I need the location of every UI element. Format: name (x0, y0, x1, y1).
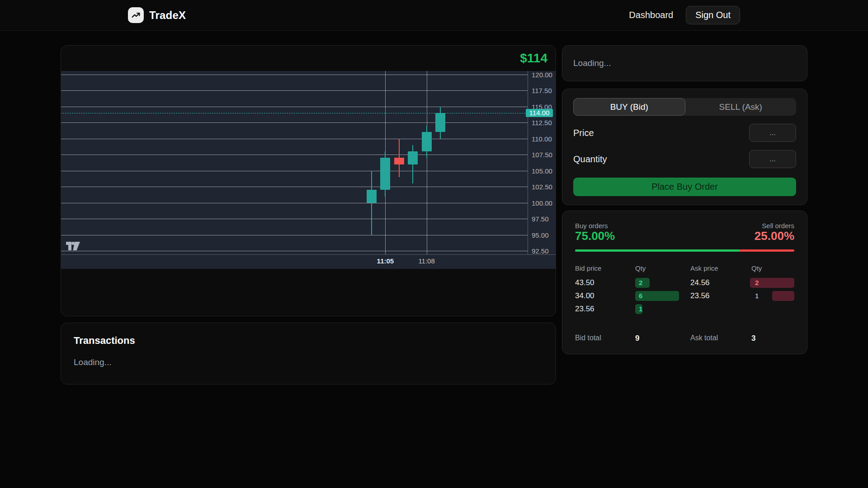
ask-qty-cell (751, 304, 794, 314)
bid-qty-cell: 2 (635, 278, 690, 288)
gridline-horizontal (61, 107, 528, 107)
candle-body (367, 190, 377, 202)
tab-sell-ask[interactable]: SELL (Ask) (685, 98, 797, 116)
candle-body (394, 158, 404, 164)
ask-total-label: Ask total (690, 334, 751, 343)
ask-total-value: 3 (751, 334, 794, 343)
chart-column: $114 120.00117.50115.00112.50110.00107.5… (61, 45, 556, 385)
quantity-input[interactable] (749, 150, 796, 168)
buy-orders-pct: 75.00% (575, 230, 615, 243)
bid-qty-value: 1 (639, 304, 642, 314)
brand-name: TradeX (149, 9, 186, 22)
place-buy-order-button[interactable]: Place Buy Order (573, 178, 796, 196)
ask-price-header: Ask price (690, 264, 751, 277)
sign-out-button[interactable]: Sign Out (686, 6, 740, 24)
loading-card: Loading... (562, 45, 807, 81)
bid-price-value: 23.56 (575, 305, 635, 314)
price-axis-label[interactable]: 105.00 (532, 167, 552, 174)
candle-wick (371, 171, 372, 235)
order-ratio-row: Buy orders 75.00% Sell orders 25.00% (575, 222, 794, 243)
candle-body (422, 132, 432, 151)
tab-buy-bid[interactable]: BUY (Bid) (573, 98, 685, 116)
ask-qty-header: Qty (751, 264, 794, 277)
sell-ratio-segment (740, 249, 794, 252)
current-price-line (61, 113, 528, 113)
order-book-rows: 43.50224.56234.00623.56123.561 (575, 277, 794, 316)
buy-orders-label: Buy orders (575, 222, 615, 230)
loading-text: Loading... (573, 58, 611, 68)
candle-body (408, 151, 418, 164)
chart-header: $114 (61, 46, 556, 71)
sell-orders-pct: 25.00% (755, 230, 794, 243)
ask-qty-cell: 2 (751, 278, 794, 288)
candle-wick (412, 145, 413, 183)
ask-qty-value: 2 (755, 278, 759, 288)
price-axis-label[interactable]: 120.00 (532, 71, 552, 78)
time-axis-label[interactable]: 11:08 (418, 257, 434, 265)
candle-body (435, 113, 445, 132)
price-axis-label[interactable]: 110.00 (532, 135, 552, 142)
price-axis-label[interactable]: 97.50 (532, 215, 549, 223)
chart-card: $114 120.00117.50115.00112.50110.00107.5… (61, 45, 556, 316)
bid-price-header: Bid price (575, 264, 635, 277)
order-book-totals: Bid total 9 Ask total 3 (575, 334, 794, 343)
tradingview-logo-icon[interactable] (66, 241, 81, 253)
price-axis-label[interactable]: 107.50 (532, 151, 552, 159)
order-book-row: 23.561 (575, 303, 794, 316)
gridline-horizontal (61, 122, 528, 123)
bid-price-value: 34.00 (575, 291, 635, 300)
ask-qty-cell: 1 (751, 291, 794, 301)
quantity-label: Quantity (573, 154, 607, 164)
bid-qty-value: 6 (639, 291, 642, 301)
current-price-tag: 114.00 (526, 109, 553, 117)
candlestick-chart[interactable]: 120.00117.50115.00112.50110.00107.50105.… (61, 71, 556, 269)
gridline-horizontal (61, 139, 528, 139)
price-scale-divider[interactable] (528, 71, 528, 254)
bid-price-value: 43.50 (575, 278, 635, 287)
navbar: TradeX Dashboard Sign Out (0, 0, 868, 31)
gridline-horizontal (61, 219, 528, 219)
buy-sell-ratio-bar (575, 249, 794, 252)
gridline-horizontal (61, 90, 528, 91)
order-book-card: Buy orders 75.00% Sell orders 25.00% Bid… (562, 211, 807, 354)
price-axis-label[interactable]: 102.50 (532, 183, 552, 191)
bid-qty-cell: 6 (635, 291, 690, 301)
bid-qty-cell: 1 (635, 304, 690, 314)
bid-qty-value: 2 (639, 278, 642, 288)
gridline-horizontal (61, 235, 528, 235)
ask-price-value: 24.56 (690, 278, 751, 287)
candle-body (380, 158, 390, 190)
time-axis-label[interactable]: 11:05 (377, 257, 394, 265)
order-book-row: 34.00623.561 (575, 290, 794, 303)
gridline-vertical (427, 71, 427, 254)
price-axis-label[interactable]: 117.50 (532, 87, 552, 94)
price-input[interactable] (749, 124, 796, 142)
quantity-row: Quantity (573, 150, 796, 168)
order-book-row: 43.50224.562 (575, 277, 794, 290)
bid-qty-header: Qty (635, 264, 690, 277)
gridline-horizontal (61, 171, 528, 171)
ask-qty-value: 1 (755, 291, 759, 301)
trade-sidebar: Loading... BUY (Bid) SELL (Ask) Price Qu… (562, 45, 807, 354)
price-row: Price (573, 124, 796, 142)
gridline-horizontal (61, 251, 528, 251)
time-scale-divider[interactable] (61, 254, 556, 255)
sell-orders-label: Sell orders (755, 222, 794, 230)
price-axis-label[interactable]: 92.50 (532, 247, 549, 255)
price-axis-label[interactable]: 112.50 (532, 119, 552, 127)
bid-total-value: 9 (635, 334, 690, 343)
price-axis-label[interactable]: 95.00 (532, 231, 549, 239)
gridline-horizontal (61, 155, 528, 155)
brand: TradeX (128, 7, 186, 23)
nav-link-dashboard[interactable]: Dashboard (629, 10, 673, 20)
trending-up-icon (128, 7, 144, 23)
buy-ratio-segment (575, 249, 740, 252)
order-form-card: BUY (Bid) SELL (Ask) Price Quantity Plac… (562, 89, 807, 205)
transactions-title: Transactions (74, 335, 543, 347)
ask-depth-bar (772, 291, 794, 301)
transactions-loading-text: Loading... (74, 357, 543, 367)
nav-links: Dashboard Sign Out (629, 6, 740, 24)
order-side-tabs: BUY (Bid) SELL (Ask) (573, 98, 796, 116)
price-axis-label[interactable]: 100.00 (532, 199, 552, 206)
gridline-horizontal (61, 187, 528, 187)
